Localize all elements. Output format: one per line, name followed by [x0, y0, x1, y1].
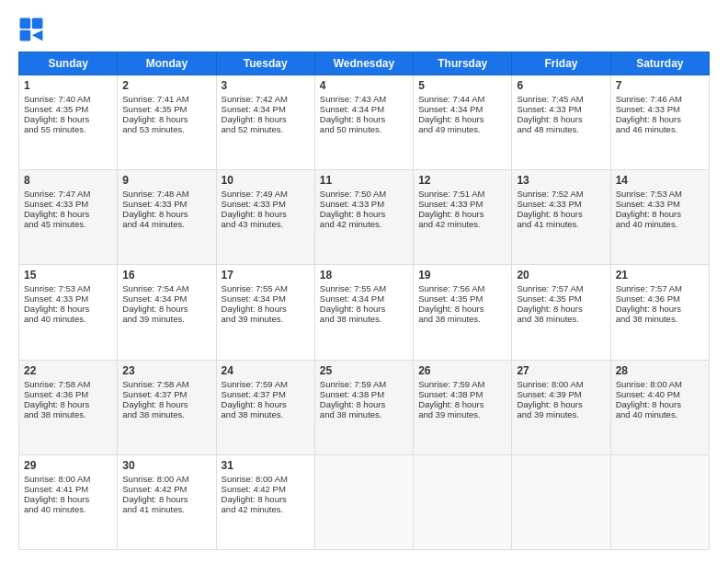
day-info: Sunset: 4:33 PM — [222, 199, 310, 209]
day-info: Sunrise: 7:45 AM — [517, 94, 605, 104]
day-info: and 39 minutes. — [222, 314, 310, 324]
day-info: and 38 minutes. — [517, 314, 605, 324]
day-info: Sunrise: 7:52 AM — [517, 189, 605, 199]
calendar-cell: 1Sunrise: 7:40 AMSunset: 4:35 PMDaylight… — [19, 75, 118, 170]
day-info: and 55 minutes. — [24, 124, 112, 134]
day-info: Sunset: 4:33 PM — [517, 104, 605, 114]
day-info: Sunrise: 7:53 AM — [24, 283, 112, 293]
day-info: and 40 minutes. — [616, 409, 704, 419]
page: SundayMondayTuesdayWednesdayThursdayFrid… — [0, 0, 728, 563]
day-info: Sunset: 4:35 PM — [24, 104, 112, 114]
day-info: Daylight: 8 hours — [616, 304, 704, 314]
day-info: Daylight: 8 hours — [517, 304, 605, 314]
day-info: and 42 minutes. — [418, 219, 506, 229]
day-info: Sunset: 4:33 PM — [616, 104, 704, 114]
calendar-cell: 17Sunrise: 7:55 AMSunset: 4:34 PMDayligh… — [216, 265, 314, 360]
svg-rect-1 — [32, 18, 43, 29]
day-number: 14 — [616, 174, 704, 187]
calendar-cell: 14Sunrise: 7:53 AMSunset: 4:33 PMDayligh… — [610, 170, 709, 265]
day-number: 23 — [122, 364, 210, 377]
day-info: Sunrise: 7:59 AM — [418, 379, 506, 389]
day-info: Sunrise: 7:42 AM — [222, 94, 310, 104]
calendar-cell: 7Sunrise: 7:46 AMSunset: 4:33 PMDaylight… — [610, 75, 709, 170]
calendar-table: SundayMondayTuesdayWednesdayThursdayFrid… — [18, 52, 710, 550]
day-info: Sunset: 4:42 PM — [222, 484, 310, 494]
day-info: and 46 minutes. — [616, 124, 704, 134]
day-info: and 39 minutes. — [122, 314, 210, 324]
calendar-week-3: 15Sunrise: 7:53 AMSunset: 4:33 PMDayligh… — [19, 265, 710, 360]
calendar-cell: 30Sunrise: 8:00 AMSunset: 4:42 PMDayligh… — [118, 454, 216, 549]
day-info: Sunrise: 8:00 AM — [222, 474, 310, 484]
day-info: Daylight: 8 hours — [418, 209, 506, 219]
day-header-thursday: Thursday — [414, 52, 512, 75]
day-info: Sunrise: 7:51 AM — [418, 189, 506, 199]
day-info: Sunrise: 7:40 AM — [24, 94, 112, 104]
calendar-week-5: 29Sunrise: 8:00 AMSunset: 4:41 PMDayligh… — [19, 454, 710, 549]
day-number: 7 — [616, 79, 704, 92]
day-info: Sunset: 4:35 PM — [122, 104, 210, 114]
day-info: and 38 minutes. — [616, 314, 704, 324]
day-info: Sunrise: 7:41 AM — [122, 94, 210, 104]
day-info: Daylight: 8 hours — [122, 494, 210, 504]
day-info: and 52 minutes. — [222, 124, 310, 134]
day-info: and 40 minutes. — [616, 219, 704, 229]
day-info: Sunrise: 7:48 AM — [122, 189, 210, 199]
calendar-header-row: SundayMondayTuesdayWednesdayThursdayFrid… — [19, 52, 710, 75]
calendar-cell: 31Sunrise: 8:00 AMSunset: 4:42 PMDayligh… — [216, 454, 314, 549]
calendar-cell: 25Sunrise: 7:59 AMSunset: 4:38 PMDayligh… — [314, 360, 413, 454]
day-number: 15 — [24, 269, 112, 282]
day-info: and 38 minutes. — [24, 409, 112, 419]
calendar-cell: 19Sunrise: 7:56 AMSunset: 4:35 PMDayligh… — [414, 265, 512, 360]
day-info: Sunset: 4:33 PM — [24, 199, 112, 209]
calendar-cell: 29Sunrise: 8:00 AMSunset: 4:41 PMDayligh… — [19, 454, 118, 549]
day-info: Daylight: 8 hours — [122, 304, 210, 314]
day-info: Daylight: 8 hours — [517, 399, 605, 409]
day-info: and 42 minutes. — [222, 504, 310, 514]
day-info: Daylight: 8 hours — [122, 114, 210, 124]
calendar-cell: 24Sunrise: 7:59 AMSunset: 4:37 PMDayligh… — [216, 360, 314, 454]
day-number: 16 — [122, 269, 210, 282]
calendar-cell — [610, 454, 709, 549]
day-header-monday: Monday — [118, 52, 216, 75]
calendar-week-2: 8Sunrise: 7:47 AMSunset: 4:33 PMDaylight… — [19, 170, 710, 265]
day-info: and 38 minutes. — [122, 409, 210, 419]
day-number: 3 — [222, 79, 310, 92]
day-info: Sunset: 4:33 PM — [517, 199, 605, 209]
day-info: and 38 minutes. — [320, 314, 408, 324]
day-info: Sunrise: 7:55 AM — [222, 283, 310, 293]
day-info: and 53 minutes. — [122, 124, 210, 134]
calendar-cell: 8Sunrise: 7:47 AMSunset: 4:33 PMDaylight… — [19, 170, 118, 265]
day-info: Sunrise: 7:47 AM — [24, 189, 112, 199]
day-info: Daylight: 8 hours — [616, 209, 704, 219]
day-number: 6 — [517, 79, 605, 92]
day-info: Daylight: 8 hours — [24, 399, 112, 409]
calendar-cell: 2Sunrise: 7:41 AMSunset: 4:35 PMDaylight… — [118, 75, 216, 170]
calendar-cell: 13Sunrise: 7:52 AMSunset: 4:33 PMDayligh… — [512, 170, 610, 265]
day-info: Sunrise: 8:00 AM — [122, 474, 210, 484]
calendar-cell: 28Sunrise: 8:00 AMSunset: 4:40 PMDayligh… — [610, 360, 709, 454]
day-info: Sunrise: 7:55 AM — [320, 283, 408, 293]
day-number: 31 — [222, 459, 310, 472]
calendar-cell: 3Sunrise: 7:42 AMSunset: 4:34 PMDaylight… — [216, 75, 314, 170]
calendar-cell: 15Sunrise: 7:53 AMSunset: 4:33 PMDayligh… — [19, 265, 118, 360]
day-info: Daylight: 8 hours — [222, 494, 310, 504]
logo — [18, 17, 48, 42]
day-number: 30 — [122, 459, 210, 472]
day-info: and 45 minutes. — [24, 219, 112, 229]
calendar-cell: 20Sunrise: 7:57 AMSunset: 4:35 PMDayligh… — [512, 265, 610, 360]
svg-marker-3 — [32, 30, 43, 41]
day-number: 17 — [222, 269, 310, 282]
day-info: Sunrise: 7:59 AM — [222, 379, 310, 389]
day-info: Daylight: 8 hours — [24, 304, 112, 314]
day-info: Daylight: 8 hours — [320, 209, 408, 219]
day-info: Sunset: 4:34 PM — [222, 104, 310, 114]
day-info: Sunrise: 7:50 AM — [320, 189, 408, 199]
day-number: 25 — [320, 364, 408, 377]
day-header-saturday: Saturday — [610, 52, 709, 75]
day-info: and 48 minutes. — [517, 124, 605, 134]
day-info: and 44 minutes. — [122, 219, 210, 229]
day-number: 28 — [616, 364, 704, 377]
day-info: and 38 minutes. — [418, 314, 506, 324]
day-info: Sunset: 4:42 PM — [122, 484, 210, 494]
calendar-cell: 21Sunrise: 7:57 AMSunset: 4:36 PMDayligh… — [610, 265, 709, 360]
